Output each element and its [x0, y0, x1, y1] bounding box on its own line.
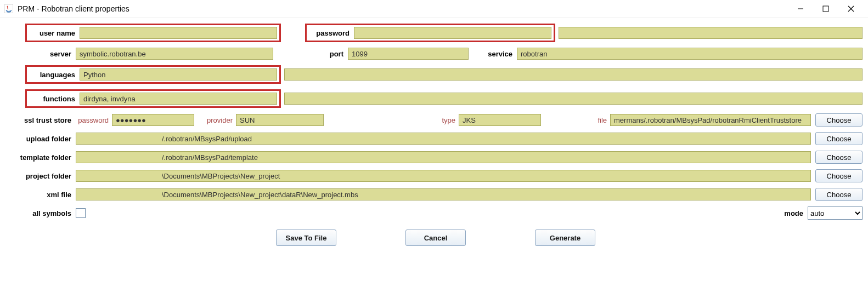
ssl-type-label: type — [422, 116, 459, 124]
user-name-highlight: user name — [25, 24, 281, 42]
window-titlebar: PRM - Robotran client properties — [0, 0, 868, 18]
mode-label: mode — [776, 209, 808, 217]
cancel-button[interactable]: Cancel — [405, 230, 466, 246]
project-folder-choose-button[interactable]: Choose — [815, 169, 863, 182]
upload-folder-label: upload folder — [5, 135, 76, 143]
server-input[interactable] — [76, 48, 273, 60]
ssl-trust-store-label: ssl trust store — [5, 116, 76, 124]
functions-extra-input[interactable] — [284, 93, 863, 105]
user-name-input[interactable] — [80, 27, 277, 39]
upload-folder-input[interactable] — [76, 133, 811, 145]
ssl-type-input[interactable] — [459, 114, 541, 126]
languages-extra-input[interactable] — [284, 68, 863, 81]
template-folder-choose-button[interactable]: Choose — [815, 151, 863, 164]
server-label: server — [5, 50, 76, 58]
languages-input[interactable] — [80, 68, 277, 81]
service-label: service — [469, 50, 517, 58]
user-name-label: user name — [29, 29, 80, 37]
upload-folder-choose-button[interactable]: Choose — [815, 132, 863, 145]
svg-line-4 — [848, 6, 854, 12]
save-to-file-button[interactable]: Save To File — [276, 230, 336, 246]
functions-label: functions — [29, 95, 80, 103]
xml-file-label: xml file — [5, 191, 76, 199]
window-maximize-button[interactable] — [813, 0, 838, 18]
window-minimize-button[interactable] — [788, 0, 813, 18]
all-symbols-checkbox[interactable] — [76, 208, 86, 218]
port-label: port — [311, 50, 348, 58]
functions-input[interactable] — [80, 93, 277, 105]
template-folder-input[interactable] — [76, 151, 811, 163]
languages-label: languages — [29, 71, 80, 79]
languages-highlight: languages — [25, 65, 281, 84]
window-close-button[interactable] — [838, 0, 864, 18]
xml-file-choose-button[interactable]: Choose — [815, 188, 863, 201]
ssl-provider-input[interactable] — [236, 114, 324, 126]
ssl-file-label: file — [574, 116, 610, 124]
java-app-icon — [4, 4, 13, 13]
password-highlight: password — [305, 24, 555, 42]
generate-button[interactable]: Generate — [535, 230, 595, 246]
window-title: PRM - Robotran client properties — [18, 4, 129, 13]
password-input[interactable] — [354, 27, 551, 39]
password-extra-input[interactable] — [559, 27, 863, 39]
svg-line-3 — [848, 6, 854, 12]
dialog-button-row: Save To File Cancel Generate — [5, 225, 863, 246]
ssl-file-choose-button[interactable]: Choose — [815, 113, 863, 127]
port-input[interactable] — [348, 48, 469, 60]
functions-highlight: functions — [25, 89, 281, 108]
mode-select[interactable]: auto — [808, 207, 863, 220]
ssl-password-label: password — [76, 116, 112, 124]
ssl-password-input[interactable] — [112, 114, 194, 126]
client-properties-panel: user name password server port service l… — [0, 18, 868, 255]
all-symbols-label: all symbols — [5, 209, 76, 217]
password-label: password — [309, 29, 354, 37]
template-folder-label: template folder — [5, 153, 76, 162]
ssl-provider-label: provider — [200, 116, 236, 124]
service-input[interactable] — [517, 48, 863, 60]
project-folder-input[interactable] — [76, 170, 811, 182]
project-folder-label: project folder — [5, 172, 76, 180]
ssl-file-input[interactable] — [610, 114, 811, 126]
svg-rect-2 — [823, 6, 828, 12]
xml-file-input[interactable] — [76, 188, 811, 200]
